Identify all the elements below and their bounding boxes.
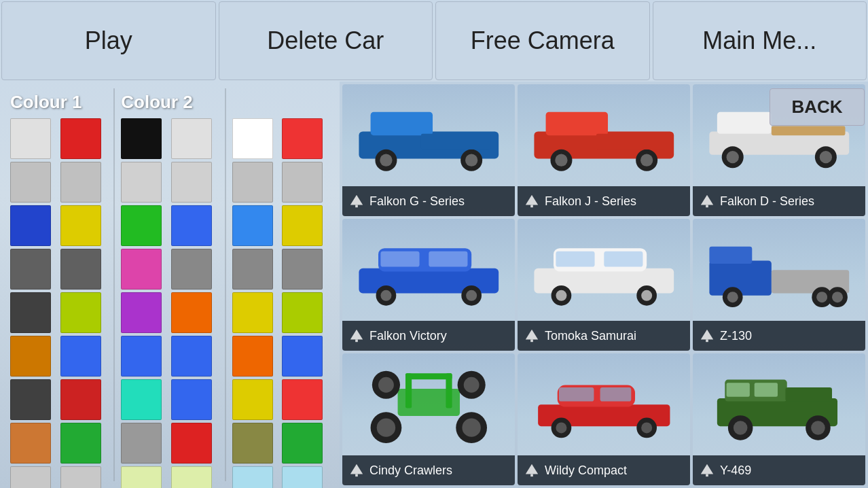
colour-swatch[interactable] xyxy=(60,379,101,420)
colour-swatch[interactable] xyxy=(171,423,212,464)
colour1-section: Colour 1 xyxy=(7,88,111,481)
colour-swatch[interactable] xyxy=(232,249,273,290)
car-card[interactable]: Wildy Compact xyxy=(518,353,690,485)
back-button[interactable]: BACK xyxy=(770,88,865,126)
colour-swatch[interactable] xyxy=(232,423,273,464)
car-card[interactable]: Tomoka Samurai xyxy=(518,219,690,351)
colour-swatch[interactable] xyxy=(171,205,212,246)
colour-swatch[interactable] xyxy=(10,118,51,159)
colour-swatch[interactable] xyxy=(60,292,101,333)
colour-swatch[interactable] xyxy=(232,118,273,159)
colour-swatch[interactable] xyxy=(282,379,323,420)
colour-swatch[interactable] xyxy=(171,118,212,159)
colour-swatch[interactable] xyxy=(232,162,273,203)
colour-swatch[interactable] xyxy=(10,249,51,290)
colour-swatch[interactable] xyxy=(60,466,101,488)
colour-swatch[interactable] xyxy=(121,118,162,159)
delete-car-button[interactable]: Delete Car xyxy=(219,1,433,80)
colour-swatch[interactable] xyxy=(60,336,101,377)
colour-swatch[interactable] xyxy=(121,336,162,377)
colour-swatch[interactable] xyxy=(282,336,323,377)
car-card[interactable]: Y-469 xyxy=(693,353,865,485)
svg-point-22 xyxy=(726,151,738,163)
car-card[interactable]: Falkon Victory xyxy=(342,219,515,351)
svg-marker-25 xyxy=(701,195,713,205)
free-camera-button[interactable]: Free Camera xyxy=(435,1,650,80)
car-label-bar: Y-469 xyxy=(693,455,865,485)
car-card[interactable]: Z-130 xyxy=(693,219,865,351)
colour-swatch[interactable] xyxy=(10,336,51,377)
toolbar: Play Delete Car Free Camera Main Me... xyxy=(0,0,868,82)
colour-swatch[interactable] xyxy=(10,466,51,488)
colour-swatch[interactable] xyxy=(10,292,51,333)
colour-swatch[interactable] xyxy=(282,118,323,159)
car-icon xyxy=(700,328,715,343)
colour-swatch[interactable] xyxy=(10,205,51,246)
car-icon xyxy=(524,328,539,343)
svg-marker-70 xyxy=(350,464,363,474)
colour-swatch[interactable] xyxy=(282,162,323,203)
colour-swatch[interactable] xyxy=(60,249,101,290)
colour-swatch[interactable] xyxy=(60,205,101,246)
colour1-grid xyxy=(10,118,107,488)
svg-rect-8 xyxy=(355,205,358,208)
svg-point-14 xyxy=(640,154,653,166)
colour-swatch[interactable] xyxy=(232,292,273,333)
svg-point-65 xyxy=(462,419,480,437)
colour-swatch[interactable] xyxy=(171,379,212,420)
main-menu-button[interactable]: Main Me... xyxy=(653,1,867,80)
colour-panel: Colour 1 Colour 2 xyxy=(0,82,340,488)
colour-swatch[interactable] xyxy=(232,466,273,488)
car-card[interactable]: Falkon J - Series xyxy=(518,84,690,216)
svg-point-5 xyxy=(465,154,477,166)
colour-swatch[interactable] xyxy=(232,205,273,246)
main-menu-label: Main Me... xyxy=(702,27,816,55)
colour-swatch[interactable] xyxy=(60,162,101,203)
colour-swatch[interactable] xyxy=(121,423,162,464)
colour-swatch[interactable] xyxy=(121,162,162,203)
colour-swatch[interactable] xyxy=(171,292,212,333)
svg-rect-44 xyxy=(604,251,643,267)
car-icon xyxy=(524,463,539,478)
colour-swatch[interactable] xyxy=(121,249,162,290)
car-card[interactable]: Cindy Crawlers xyxy=(342,353,515,485)
colour-swatch[interactable] xyxy=(282,249,323,290)
svg-marker-35 xyxy=(350,330,363,340)
colour-swatch[interactable] xyxy=(10,379,51,420)
svg-marker-45 xyxy=(526,330,538,340)
colour-swatch[interactable] xyxy=(10,162,51,203)
car-card[interactable]: Falkon G - Series xyxy=(342,84,515,216)
svg-point-32 xyxy=(466,290,477,301)
svg-rect-17 xyxy=(530,205,533,208)
colour-swatch[interactable] xyxy=(232,336,273,377)
svg-point-12 xyxy=(555,154,567,166)
car-label-bar: Falkon J - Series xyxy=(518,186,690,216)
colour-swatch[interactable] xyxy=(171,162,212,203)
colour-swatch[interactable] xyxy=(60,118,101,159)
car-label-bar: Tomoka Samurai xyxy=(518,321,690,351)
svg-marker-56 xyxy=(701,330,713,340)
colour-swatch[interactable] xyxy=(232,379,273,420)
play-button[interactable]: Play xyxy=(1,1,216,80)
colour-swatch[interactable] xyxy=(121,292,162,333)
car-icon xyxy=(349,463,364,478)
colour-swatch[interactable] xyxy=(171,249,212,290)
colour-swatch[interactable] xyxy=(121,466,162,488)
car-image xyxy=(342,353,515,455)
svg-point-77 xyxy=(641,422,652,433)
colour-swatch[interactable] xyxy=(282,423,323,464)
colour-swatch[interactable] xyxy=(282,205,323,246)
colour-swatch[interactable] xyxy=(171,336,212,377)
svg-rect-90 xyxy=(754,383,777,397)
colour-swatch[interactable] xyxy=(171,466,212,488)
colour-swatch[interactable] xyxy=(282,292,323,333)
colour-swatch[interactable] xyxy=(10,423,51,464)
colour-swatch[interactable] xyxy=(121,379,162,420)
car-image xyxy=(693,353,865,455)
car-image xyxy=(342,219,515,321)
car-grid: Falkon G - Series Falkon J - Series Falk… xyxy=(342,84,865,485)
colour-swatch[interactable] xyxy=(121,205,162,246)
svg-rect-48 xyxy=(709,247,752,264)
colour-swatch[interactable] xyxy=(60,423,101,464)
colour-swatch[interactable] xyxy=(282,466,323,488)
